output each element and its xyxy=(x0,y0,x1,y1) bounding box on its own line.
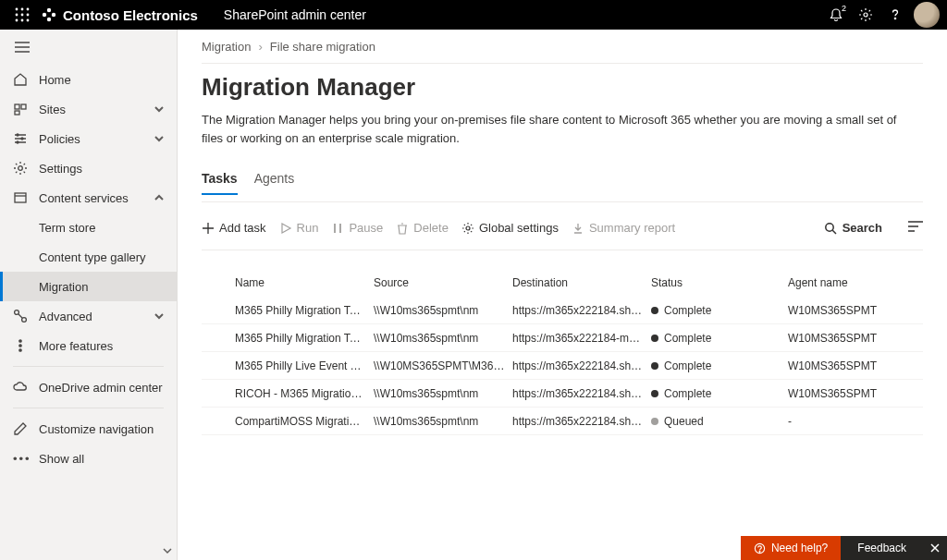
hamburger-icon xyxy=(15,42,30,53)
svg-point-24 xyxy=(22,318,27,323)
gear-icon xyxy=(461,222,474,235)
add-task-button[interactable]: Add task xyxy=(202,221,266,235)
feedback-label: Feedback xyxy=(857,542,906,554)
sidebar-item-policies[interactable]: Policies xyxy=(0,124,177,153)
cell-source: \\W10ms365spmt\nm xyxy=(374,304,512,317)
cell-source: \\W10MS365SPMT\M365Philly xyxy=(374,359,512,372)
sidebar-scroll-indicator[interactable] xyxy=(163,544,172,558)
table-row[interactable]: CompartiMOSS Migration Task \\W10ms365sp… xyxy=(202,408,923,435)
ellipsis-icon: ••• xyxy=(13,452,28,466)
tab-tasks[interactable]: Tasks xyxy=(202,165,238,195)
divider xyxy=(202,63,923,64)
svg-point-6 xyxy=(16,19,18,22)
sidebar-item-migration[interactable]: Migration xyxy=(0,272,177,301)
brand-name: Contoso Electronics xyxy=(63,7,198,23)
toolbar-label: Pause xyxy=(349,221,383,235)
svg-point-28 xyxy=(466,226,470,230)
plus-icon xyxy=(202,222,215,235)
status-dot-icon xyxy=(651,362,658,370)
status-dot-icon xyxy=(651,390,658,397)
divider xyxy=(13,408,164,408)
sidebar-item-more-features[interactable]: More features xyxy=(0,331,177,360)
svg-point-8 xyxy=(27,19,30,22)
chevron-down-icon xyxy=(154,310,164,323)
sidebar-item-home[interactable]: Home xyxy=(0,65,177,94)
column-source[interactable]: Source xyxy=(374,276,512,289)
svg-point-5 xyxy=(27,14,30,17)
sidebar-item-advanced[interactable]: Advanced xyxy=(0,301,177,331)
svg-rect-15 xyxy=(15,104,19,109)
table-row[interactable]: RICOH - M365 Migration Demo \\W10ms365sp… xyxy=(202,380,923,408)
svg-point-23 xyxy=(15,310,19,315)
cell-status: Complete xyxy=(651,387,788,400)
divider xyxy=(202,201,923,202)
close-help-button[interactable] xyxy=(923,536,947,560)
svg-point-29 xyxy=(825,223,832,230)
svg-point-3 xyxy=(16,14,18,17)
collapse-nav-button[interactable] xyxy=(0,30,177,65)
svg-point-12 xyxy=(47,18,51,21)
cell-agent: - xyxy=(788,415,923,428)
pencil-icon xyxy=(13,421,28,436)
search-button[interactable]: Search xyxy=(824,221,882,235)
close-icon xyxy=(930,543,940,553)
svg-point-11 xyxy=(52,13,55,17)
toolbar-label: Run xyxy=(297,221,319,235)
chevron-down-icon xyxy=(154,103,164,116)
brand-logo-icon xyxy=(41,6,57,23)
notifications-button[interactable]: 2 xyxy=(821,0,851,30)
notifications-badge: 2 xyxy=(842,4,846,13)
breadcrumb-link[interactable]: Migration xyxy=(202,40,251,54)
home-icon xyxy=(13,72,28,87)
breadcrumb-current: File share migration xyxy=(270,40,375,54)
delete-button: Delete xyxy=(396,221,449,235)
sidebar-item-label: Show all xyxy=(39,452,84,466)
svg-rect-17 xyxy=(15,111,19,115)
global-settings-button[interactable]: Global settings xyxy=(461,221,559,235)
tasks-table: Name Source Destination Status Agent nam… xyxy=(202,269,923,435)
tab-agents[interactable]: Agents xyxy=(254,165,295,195)
top-bar: Contoso Electronics SharePoint admin cen… xyxy=(0,0,947,30)
toolbar-label: Add task xyxy=(219,221,266,235)
svg-point-31 xyxy=(759,551,760,552)
sidebar-item-term-store[interactable]: Term store xyxy=(0,213,177,242)
table-row[interactable]: M365 Philly Live Event Task \\W10MS365SP… xyxy=(202,352,923,380)
cell-agent: W10MS365SPMT xyxy=(788,304,923,317)
user-avatar[interactable] xyxy=(914,2,940,28)
column-status[interactable]: Status xyxy=(651,276,788,289)
cell-name: M365 Philly Live Event Task xyxy=(235,359,374,372)
column-name[interactable]: Name xyxy=(235,276,374,289)
divider xyxy=(13,366,164,367)
sidebar-item-content-services[interactable]: Content services xyxy=(0,183,177,213)
sidebar-item-label: Content type gallery xyxy=(39,250,146,264)
help-button[interactable] xyxy=(880,0,910,30)
tabs: Tasks Agents xyxy=(202,165,923,196)
headset-icon xyxy=(754,542,766,554)
chevron-up-icon xyxy=(154,191,164,205)
sidebar-item-label: Home xyxy=(39,73,71,87)
svg-point-26 xyxy=(19,345,21,347)
sidebar-item-onedrive-admin[interactable]: OneDrive admin center xyxy=(0,372,177,402)
sidebar-item-content-type-gallery[interactable]: Content type gallery xyxy=(0,242,177,272)
cell-destination: https://m365x222184.sharepoint.co... xyxy=(512,359,651,372)
feedback-button[interactable]: Feedback xyxy=(841,536,923,560)
svg-point-7 xyxy=(21,19,24,22)
column-destination[interactable]: Destination xyxy=(512,276,651,289)
sidebar-item-customize-nav[interactable]: Customize navigation xyxy=(0,414,177,444)
cell-destination: https://m365x222184.sharepoint.co... xyxy=(512,304,651,317)
sidebar-item-label: Migration xyxy=(39,280,88,294)
table-row[interactable]: M365 Philly Migration Task#2 \\W10ms365s… xyxy=(202,324,923,352)
column-agent[interactable]: Agent name xyxy=(788,276,923,289)
sidebar-item-settings[interactable]: Settings xyxy=(0,153,177,183)
table-row[interactable]: M365 Philly Migration Task #1 \\W10ms365… xyxy=(202,297,923,324)
sidebar-item-show-all[interactable]: ••• Show all xyxy=(0,444,177,473)
cell-status: Queued xyxy=(651,415,788,428)
settings-button[interactable] xyxy=(851,0,880,30)
sidebar-item-label: Settings xyxy=(39,162,82,176)
app-launcher-button[interactable] xyxy=(7,0,37,30)
view-options-button[interactable] xyxy=(908,221,923,235)
need-help-button[interactable]: Need help? xyxy=(741,536,841,560)
sidebar-item-sites[interactable]: Sites xyxy=(0,94,177,124)
sidebar-item-label: More features xyxy=(39,339,113,353)
status-dot-icon xyxy=(651,307,658,314)
